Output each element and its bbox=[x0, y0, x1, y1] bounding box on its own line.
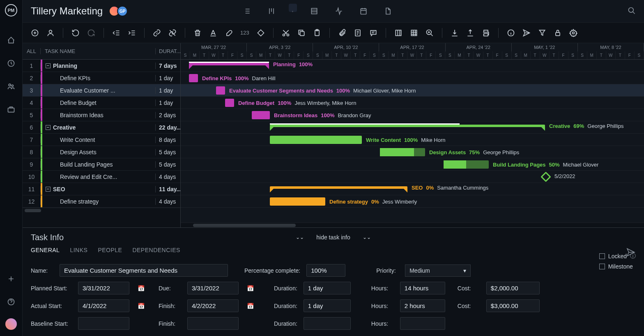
user-avatar[interactable] bbox=[5, 318, 17, 330]
cost-input[interactable] bbox=[486, 282, 540, 294]
list-view-icon[interactable] bbox=[243, 7, 251, 15]
gantt-scrollbar[interactable] bbox=[181, 222, 644, 227]
info-icon[interactable] bbox=[507, 29, 515, 37]
grid-icon[interactable] bbox=[410, 29, 418, 37]
export-icon[interactable] bbox=[466, 29, 474, 37]
attach-icon[interactable] bbox=[338, 29, 346, 37]
task-row[interactable]: 5Brainstorm Ideas2 days bbox=[23, 109, 180, 121]
unlink-icon[interactable] bbox=[168, 29, 177, 37]
calendar-icon[interactable]: 📅 bbox=[245, 283, 255, 294]
gantt-row[interactable]: Creative69%George Phillips bbox=[181, 121, 644, 134]
board-view-icon[interactable] bbox=[267, 7, 276, 15]
app-logo[interactable]: PM bbox=[5, 4, 17, 16]
planned-start-input[interactable] bbox=[78, 282, 129, 294]
duration-input-2[interactable] bbox=[304, 299, 351, 312]
redo-icon[interactable] bbox=[87, 29, 95, 37]
task-name-input[interactable] bbox=[60, 264, 228, 277]
task-scrollbar[interactable] bbox=[23, 208, 180, 213]
indent-icon[interactable] bbox=[128, 29, 136, 37]
calendar-icon[interactable]: 📅 bbox=[136, 283, 146, 294]
assign-icon[interactable] bbox=[46, 29, 55, 37]
hours-input[interactable] bbox=[400, 282, 445, 294]
tab-links[interactable]: LINKS bbox=[70, 247, 87, 258]
undo-icon[interactable] bbox=[71, 29, 80, 37]
file-view-icon[interactable] bbox=[384, 7, 392, 15]
search-icon[interactable] bbox=[628, 7, 636, 16]
tab-general[interactable]: GENERAL bbox=[31, 247, 60, 258]
activity-view-icon[interactable] bbox=[335, 7, 343, 15]
format-icon[interactable] bbox=[209, 29, 217, 37]
outdent-icon[interactable] bbox=[112, 29, 120, 37]
gantt-row[interactable]: Evaluate Customer Segments and Needs100%… bbox=[181, 84, 644, 97]
clock-icon[interactable] bbox=[7, 59, 15, 67]
col-all[interactable]: ALL bbox=[23, 48, 41, 54]
priority-dropdown[interactable]: Medium▾ bbox=[405, 264, 471, 277]
cost-input-2[interactable] bbox=[486, 299, 540, 312]
gantt-row[interactable]: Design Assets75%George Phillips bbox=[181, 146, 644, 158]
plus-icon[interactable] bbox=[7, 275, 15, 283]
calendar-view-icon[interactable] bbox=[359, 7, 368, 15]
help-icon[interactable] bbox=[7, 298, 15, 306]
pct-input[interactable] bbox=[306, 264, 345, 277]
color-icon[interactable] bbox=[225, 29, 233, 37]
lock-icon[interactable] bbox=[554, 29, 562, 37]
tab-people[interactable]: PEOPLE bbox=[98, 247, 122, 258]
add-icon[interactable] bbox=[31, 29, 39, 37]
task-row[interactable]: 11−SEO11 day... bbox=[23, 183, 180, 195]
gantt-row[interactable]: Planning100% bbox=[181, 60, 644, 72]
task-row[interactable]: 4Define Budget1 day bbox=[23, 97, 180, 109]
col-duration[interactable]: DURAT... bbox=[156, 48, 180, 54]
gantt-row[interactable]: Define KPIs100%Daren Hill bbox=[181, 72, 644, 84]
paste-icon[interactable] bbox=[313, 29, 321, 37]
task-row[interactable]: 12Define strategy4 days bbox=[23, 195, 180, 208]
task-row[interactable]: 9Build Landing Pages5 days bbox=[23, 158, 180, 171]
chevron-down-icon[interactable]: ⌄⌄ bbox=[296, 234, 304, 240]
hide-panel-button[interactable]: hide task info bbox=[316, 234, 350, 241]
task-row[interactable]: 7Write Content8 days bbox=[23, 134, 180, 146]
finish-input[interactable] bbox=[187, 299, 239, 312]
diamond-icon[interactable] bbox=[257, 29, 265, 37]
task-row[interactable]: 1−Planning7 days bbox=[23, 60, 180, 72]
baseline-start-input[interactable] bbox=[78, 317, 129, 330]
import-icon[interactable] bbox=[451, 29, 459, 37]
project-avatars[interactable]: GP bbox=[109, 6, 125, 16]
print-icon[interactable] bbox=[482, 29, 490, 37]
people-icon[interactable] bbox=[7, 82, 15, 90]
columns-icon[interactable] bbox=[394, 29, 402, 37]
task-row[interactable]: 8Design Assets5 days bbox=[23, 146, 180, 158]
gantt-row[interactable]: 5/2/2022 bbox=[181, 171, 644, 183]
calendar-icon[interactable]: 📅 bbox=[136, 301, 146, 311]
duration-input[interactable] bbox=[304, 282, 351, 294]
gantt-view-icon[interactable] bbox=[289, 4, 297, 12]
gantt-row[interactable]: Define strategy0%Jess Wimberly bbox=[181, 195, 644, 208]
milestone-checkbox[interactable] bbox=[599, 264, 605, 269]
info-icon[interactable]: ⓘ bbox=[630, 253, 636, 260]
locked-checkbox[interactable] bbox=[599, 253, 605, 259]
comment-icon[interactable] bbox=[369, 29, 377, 37]
gantt-row[interactable]: Brainstorm Ideas100%Brandon Gray bbox=[181, 109, 644, 121]
due-input[interactable] bbox=[187, 282, 239, 294]
hours-input-2[interactable] bbox=[400, 299, 445, 312]
zoom-icon[interactable] bbox=[426, 29, 434, 37]
copy-icon[interactable] bbox=[297, 29, 306, 37]
gantt-row[interactable]: SEO0%Samantha Cummings bbox=[181, 183, 644, 195]
calendar-icon[interactable]: 📅 bbox=[245, 301, 255, 311]
note-icon[interactable] bbox=[354, 29, 362, 37]
home-icon[interactable] bbox=[7, 36, 15, 44]
baseline-finish-input[interactable] bbox=[187, 317, 239, 330]
send-icon[interactable] bbox=[522, 29, 531, 37]
briefcase-icon[interactable] bbox=[7, 105, 15, 114]
actual-start-input[interactable] bbox=[78, 299, 129, 312]
filter-icon[interactable] bbox=[538, 29, 546, 37]
task-row[interactable]: 2Define KPIs1 day bbox=[23, 72, 180, 84]
gantt-row[interactable]: Write Content100%Mike Horn bbox=[181, 134, 644, 146]
cut-icon[interactable] bbox=[282, 29, 290, 37]
tab-dependencies[interactable]: DEPENDENCIES bbox=[132, 247, 180, 258]
baseline-hours-input[interactable] bbox=[400, 317, 445, 330]
col-task-name[interactable]: TASK NAME bbox=[41, 48, 156, 54]
chevron-down-icon[interactable]: ⌄⌄ bbox=[363, 234, 371, 240]
sheet-view-icon[interactable] bbox=[310, 7, 318, 15]
baseline-dur-input[interactable] bbox=[304, 317, 351, 330]
task-row[interactable]: 10Review and Edit Cre...4 days bbox=[23, 171, 180, 183]
gantt-row[interactable]: Build Landing Pages50%Michael Glover bbox=[181, 158, 644, 171]
